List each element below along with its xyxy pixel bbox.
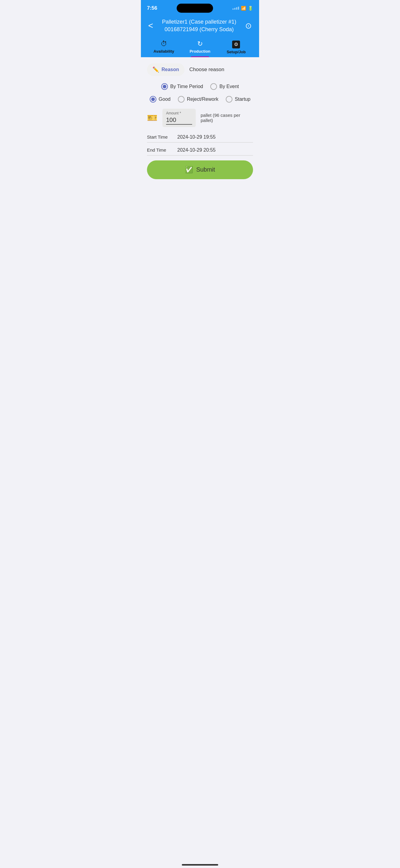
status-time: 7:56 [147, 5, 157, 11]
amount-field: Amount * [163, 108, 196, 127]
startup-label: Startup [235, 97, 251, 102]
header-row: < Palletizer1 (Case palletizer #1) 00168… [146, 18, 254, 33]
production-type-group: Good Reject/Rework Startup [147, 96, 253, 102]
battery-icon: 🔋 [248, 6, 253, 10]
choose-reason-text: Choose reason [190, 67, 224, 73]
good-radio[interactable] [150, 96, 156, 102]
tab-availability[interactable]: ⏱ Availability [146, 38, 182, 57]
by-time-period-radio[interactable] [161, 83, 168, 90]
start-time-value[interactable]: 2024-10-29 19:55 [177, 134, 253, 140]
gear-icon: ⚙ [232, 40, 240, 49]
by-time-period-label: By Time Period [170, 84, 203, 89]
tab-setupjob-label: Setup/Job [227, 50, 246, 54]
tab-production-label: Production [190, 49, 210, 54]
start-time-label: Start Time [147, 134, 177, 140]
reject-rework-radio[interactable] [178, 96, 184, 102]
refresh-icon: ↻ [197, 40, 203, 48]
notch [177, 4, 213, 13]
reject-rework-label: Reject/Rework [187, 97, 219, 102]
reject-rework-option[interactable]: Reject/Rework [178, 96, 219, 102]
good-label: Good [159, 97, 171, 102]
status-bar: 7:56 📶 🔋 [141, 0, 259, 15]
signal-icon [232, 7, 239, 10]
back-button[interactable]: < [146, 20, 155, 32]
by-event-radio[interactable] [210, 83, 217, 90]
by-time-period-option[interactable]: By Time Period [161, 83, 203, 90]
reason-row: ✏️ Reason Choose reason [147, 63, 253, 76]
main-content: ✏️ Reason Choose reason By Time Period B… [141, 57, 259, 239]
pencil-icon: ✏️ [152, 66, 159, 73]
end-time-label: End Time [147, 147, 177, 153]
submit-button-label: Submit [196, 166, 215, 173]
pallet-text: pallet (96 cases per pallet) [201, 113, 253, 123]
tab-production[interactable]: ↻ Production [182, 38, 218, 57]
by-event-option[interactable]: By Event [210, 83, 239, 90]
amount-field-label: Amount * [166, 111, 192, 115]
time-period-group: By Time Period By Event [147, 83, 253, 90]
reason-button[interactable]: ✏️ Reason [147, 63, 184, 76]
amount-input[interactable] [166, 117, 192, 125]
status-icons: 📶 🔋 [232, 6, 253, 10]
header: < Palletizer1 (Case palletizer #1) 00168… [141, 15, 259, 57]
amount-row: 🎫 Amount * pallet (96 cases per pallet) [147, 108, 253, 127]
ticket-icon: 🎫 [147, 113, 158, 123]
end-time-row: End Time 2024-10-29 20:55 [147, 147, 253, 156]
tab-availability-label: Availability [154, 49, 174, 54]
end-time-value[interactable]: 2024-10-29 20:55 [177, 147, 253, 153]
tab-bar: ⏱ Availability ↻ Production ⚙ Setup/Job [146, 36, 254, 57]
by-event-label: By Event [220, 84, 239, 89]
wifi-icon: 📶 [241, 6, 246, 10]
reason-button-label: Reason [162, 67, 179, 72]
submit-button[interactable]: ✅ Submit [147, 160, 253, 179]
tab-setupjob[interactable]: ⚙ Setup/Job [218, 38, 254, 57]
clock-icon: ⏱ [161, 40, 167, 48]
good-option[interactable]: Good [150, 96, 171, 102]
confirm-button[interactable]: ⊙ [243, 20, 254, 32]
submit-check-icon: ✅ [185, 166, 193, 174]
header-title: Palletizer1 (Case palletizer #1) 0016872… [155, 18, 243, 33]
startup-radio[interactable] [226, 96, 232, 102]
startup-option[interactable]: Startup [226, 96, 251, 102]
start-time-row: Start Time 2024-10-29 19:55 [147, 134, 253, 143]
